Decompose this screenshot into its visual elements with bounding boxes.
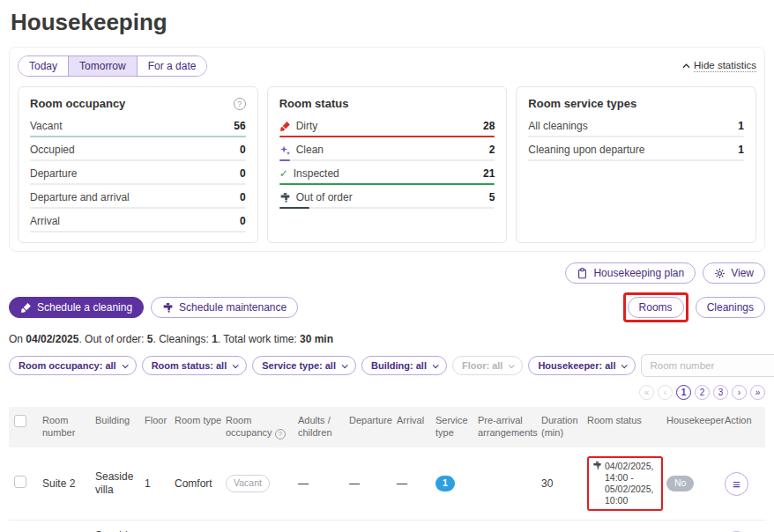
housekeeper-badge: No (666, 476, 694, 491)
gear-icon (714, 268, 726, 279)
table-row: Suite 3 Seaside villa 2 Comfort Vacant —… (9, 521, 765, 532)
date-tab-group: Today Tomorrow For a date (18, 55, 207, 77)
row-actions-menu-button[interactable]: ≡ (725, 472, 748, 496)
out-of-order-faucet-icon (592, 461, 602, 470)
faucet-icon (162, 302, 174, 314)
dirty-icon (279, 121, 291, 132)
filter-room-status[interactable]: Room status: all (142, 356, 248, 375)
menu-icon: ≡ (733, 477, 741, 491)
table-row: Suite 2 Seaside villa 1 Comfort Vacant —… (9, 447, 765, 521)
schedule-row: Schedule a cleaning Schedule maintenance… (9, 292, 765, 322)
summary-line: On 04/02/2025. Out of order: 5. Cleaning… (9, 333, 765, 345)
rooms-table: Room number Building Floor Room type Roo… (9, 407, 765, 532)
inspected-check-icon: ✓ (279, 167, 288, 180)
header-room-occupancy: Room occupancy ? (226, 415, 296, 440)
page: Housekeeping Today Tomorrow For a date H… (0, 0, 774, 532)
date-tabs-row: Today Tomorrow For a date Hide statistic… (18, 55, 756, 77)
pagination-next-button[interactable]: › (732, 385, 747, 400)
room-occupancy-card: Room occupancy ? Vacant 56 Occupied 0 De… (18, 86, 258, 243)
tab-tomorrow[interactable]: Tomorrow (68, 56, 137, 76)
chevron-up-icon (682, 63, 690, 69)
view-button[interactable]: View (703, 262, 765, 284)
brush-icon (20, 302, 32, 314)
rooms-toggle-button[interactable]: Rooms (628, 297, 684, 318)
room-status-card: Room status Dirty 28 (267, 86, 508, 243)
room-status: 04/02/2025, 14:00 - 05/02/2025, 10:00 (592, 461, 658, 507)
adults-children: — (298, 477, 347, 491)
chevron-down-icon (122, 362, 128, 368)
chevron-down-icon (342, 362, 348, 368)
annotation-box-rooms: Rooms (623, 292, 688, 322)
statistics-panel: Today Tomorrow For a date Hide statistic… (9, 47, 765, 252)
filter-housekeeper[interactable]: Housekeeper: all (528, 356, 636, 375)
stat-row: Departure and arrival 0 (30, 185, 246, 209)
stat-row: Occupied 0 (30, 137, 246, 161)
pagination-page-2[interactable]: 2 (695, 385, 710, 400)
stat-row: Out of order 5 (279, 185, 495, 209)
filter-service-type[interactable]: Service type: all (252, 356, 356, 375)
pagination-page-3[interactable]: 3 (713, 385, 728, 400)
filter-building[interactable]: Building: all (361, 356, 447, 375)
pagination-page-1[interactable]: 1 (676, 385, 691, 400)
floor: 1 (145, 477, 173, 491)
stat-row: Vacant 56 (30, 114, 246, 137)
table-header-row: Room number Building Floor Room type Roo… (9, 407, 765, 447)
room-type: Comfort (175, 477, 224, 491)
stat-row: ✓ Inspected 21 (279, 161, 495, 185)
housekeeping-plan-button[interactable]: Housekeeping plan (565, 262, 696, 284)
help-icon[interactable]: ? (275, 429, 286, 440)
cleanings-toggle-button[interactable]: Cleanings (696, 297, 765, 318)
stat-bar (528, 159, 744, 161)
clipboard-icon (577, 268, 588, 279)
occupancy-badge: Vacant (226, 475, 270, 491)
row-checkbox[interactable] (14, 476, 26, 488)
filter-floor[interactable]: Floor: all (452, 356, 523, 375)
clean-sparkle-icon (279, 144, 291, 156)
stat-row: All cleanings 1 (528, 114, 744, 137)
filter-room-occupancy[interactable]: Room occupancy: all (9, 356, 137, 375)
pagination-prev-button[interactable]: ‹ (658, 385, 673, 400)
service-type-count-badge: 1 (435, 476, 455, 491)
schedule-maintenance-button[interactable]: Schedule maintenance (151, 297, 298, 318)
chevron-down-icon (509, 362, 515, 368)
help-icon[interactable]: ? (234, 98, 246, 110)
tab-today[interactable]: Today (19, 56, 68, 76)
stat-row: Cleaning upon departure 1 (528, 137, 744, 161)
schedule-cleaning-button[interactable]: Schedule a cleaning (9, 297, 144, 318)
out-of-order-faucet-icon (279, 192, 291, 203)
departure: — (349, 477, 395, 491)
stat-bar (30, 231, 246, 233)
select-all-checkbox[interactable] (14, 415, 26, 427)
stat-row: Dirty 28 (279, 114, 495, 137)
room-service-types-card: Room service types All cleanings 1 Clean… (516, 86, 756, 243)
filters-row: Room occupancy: all Room status: all Ser… (9, 354, 765, 377)
building: Seaside villa (95, 470, 143, 497)
tab-for-a-date[interactable]: For a date (137, 56, 207, 76)
plan-view-row: Housekeeping plan View (9, 262, 765, 284)
page-title: Housekeeping (11, 9, 765, 36)
pagination-first-button[interactable]: « (639, 385, 654, 400)
card-title: Room status (279, 97, 349, 110)
chevron-down-icon (433, 362, 439, 368)
stat-row: Clean 2 (279, 137, 495, 161)
stat-row: Departure 0 (30, 161, 246, 185)
arrival: — (397, 477, 434, 491)
stat-bar (279, 207, 495, 209)
duration: 30 (541, 477, 585, 491)
card-title: Room occupancy (30, 97, 125, 110)
room-number-search-input[interactable] (641, 354, 774, 377)
hide-statistics-link[interactable]: Hide statistics (682, 60, 756, 72)
stats-cards: Room occupancy ? Vacant 56 Occupied 0 De… (18, 86, 756, 243)
stat-row: Arrival 0 (30, 209, 246, 233)
room-number: Suite 2 (42, 477, 93, 491)
annotation-box-room-status: 04/02/2025, 14:00 - 05/02/2025, 10:00 (587, 456, 663, 512)
chevron-down-icon (233, 362, 239, 368)
card-title: Room service types (528, 97, 636, 110)
chevron-down-icon (621, 362, 628, 368)
pagination-last-button[interactable]: » (750, 385, 765, 400)
pagination: « ‹ 1 2 3 › » (9, 385, 765, 400)
